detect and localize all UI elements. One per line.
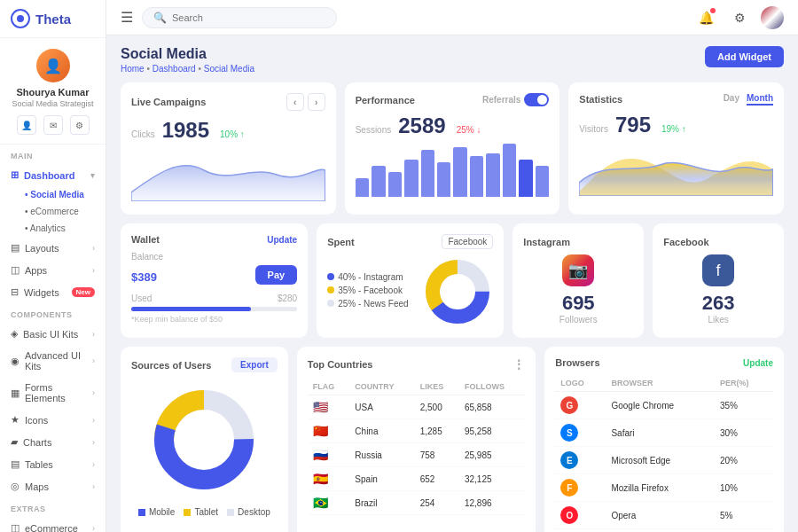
breadcrumb: Home • Dashboard • Social Media <box>121 64 254 74</box>
breadcrumb-home[interactable]: Home <box>121 64 145 74</box>
stats-month-tab[interactable]: Month <box>747 93 773 106</box>
facebook-title: Facebook <box>663 237 773 247</box>
bar-10 <box>519 160 532 197</box>
app-name: Theta <box>35 12 71 27</box>
sidebar-item-analytics[interactable]: Analytics <box>0 220 106 237</box>
browsers-table: LOGO BROWSER PER(%) G Google Chrome 35% … <box>555 375 773 529</box>
table-row: E Microsoft Edge 20% <box>555 447 773 474</box>
sidebar-item-widgets[interactable]: ⊟Widgets New <box>0 281 106 303</box>
bar-8 <box>486 153 499 197</box>
instagram-title: Instagram <box>523 237 633 247</box>
table-row: 🇷🇺 Russia 758 25,985 <box>308 443 526 467</box>
notification-icon[interactable]: 🔔 <box>693 5 718 30</box>
sessions-label: Sessions <box>356 125 392 135</box>
browsers-card: Browsers Update LOGO BROWSER PER(%) G Go… <box>544 347 784 532</box>
stats-day-tab[interactable]: Day <box>724 93 739 106</box>
campaigns-wave-chart <box>131 148 325 201</box>
tables-icon: ▤ <box>11 458 20 470</box>
notification-dot <box>710 8 716 13</box>
table-row: 🇧🇷 Brazil 254 12,896 <box>308 491 526 515</box>
sidebar-item-ecommerce2[interactable]: ◫eCommerce › <box>0 517 106 532</box>
sidebar-item-maps[interactable]: ◎Maps › <box>0 475 106 497</box>
sidebar-item-basic-ui[interactable]: ◈Basic UI Kits › <box>0 323 106 345</box>
hamburger-icon[interactable]: ☰ <box>121 9 133 26</box>
maps-icon: ◎ <box>11 481 20 492</box>
sources-donut-chart <box>151 387 257 493</box>
campaigns-next-btn[interactable]: › <box>308 93 325 111</box>
sidebar-item-tables[interactable]: ▤Tables › <box>0 453 106 475</box>
table-row: 🇨🇳 China 1,285 95,258 <box>308 419 526 443</box>
table-row: S Safari 30% <box>555 419 773 447</box>
visitors-label: Visitors <box>579 124 608 134</box>
top-countries-card: Top Countries ⋮ FLAG COUNTRY LIKES FOLLO… <box>297 347 536 532</box>
browsers-update-btn[interactable]: Update <box>743 358 773 368</box>
dashboard-icon: ⊞ <box>11 169 19 181</box>
export-button[interactable]: Export <box>231 357 278 372</box>
settings-icon[interactable]: ⚙ <box>727 5 752 30</box>
adv-ui-icon: ◉ <box>11 356 20 367</box>
svg-point-1 <box>17 15 24 22</box>
instagram-count: 695 <box>562 292 595 315</box>
sidebar-item-icons[interactable]: ★Icons › <box>0 409 106 431</box>
referrals-toggle[interactable] <box>524 93 549 106</box>
search-input[interactable] <box>172 12 325 23</box>
sidebar-item-social-media[interactable]: Social Media <box>0 186 106 203</box>
statistics-title: Statistics Day Month <box>579 93 773 106</box>
facebook-icon: f <box>702 254 734 286</box>
sidebar-item-layouts[interactable]: ▤Layouts › <box>0 237 106 259</box>
legend-desktop: Desktop <box>227 507 270 517</box>
spent-title: Spent Facebook <box>327 234 493 249</box>
sources-legend: Mobile Tablet Desktop <box>131 507 278 520</box>
widgets-icon: ⊟ <box>11 286 19 298</box>
user-icon-profile[interactable]: 👤 <box>17 115 36 135</box>
sidebar-item-dashboard[interactable]: ⊞ Dashboard ▾ <box>0 164 106 186</box>
sidebar-item-forms[interactable]: ▦Forms Elements › <box>0 377 106 409</box>
campaigns-prev-btn[interactable]: ‹ <box>286 93 304 111</box>
spent-donut-chart <box>422 256 493 327</box>
search-icon: 🔍 <box>153 12 167 24</box>
sidebar-item-apps[interactable]: ◫Apps › <box>0 259 106 281</box>
instagram-icon: 📷 <box>562 254 594 286</box>
col-browser: BROWSER <box>606 375 715 392</box>
basic-ui-icon: ◈ <box>11 328 18 340</box>
bar-9 <box>503 144 516 197</box>
balance-label: Balance <box>131 252 297 262</box>
user-icon-mail[interactable]: ✉ <box>43 115 63 135</box>
bar-2 <box>388 172 402 197</box>
statistics-card: Statistics Day Month Visitors 795 19% ↑ <box>568 82 784 215</box>
performance-card: Performance Referrals Sessions 2589 25% … <box>345 82 560 215</box>
wallet-update-btn[interactable]: Update <box>267 235 297 245</box>
language-flag[interactable] <box>761 6 784 29</box>
sidebar-item-charts[interactable]: ▰Charts › <box>0 431 106 453</box>
referrals-label: Referrals <box>482 95 520 105</box>
performance-title: Performance Referrals <box>356 93 550 106</box>
wallet-card: Wallet Update Balance $389 Pay Used $280 <box>121 223 308 338</box>
extras-label: EXTRAS <box>0 497 106 517</box>
spent-donut-container: 40% - Instagram 35% - Facebook 25% - New… <box>327 256 493 327</box>
add-widget-button[interactable]: Add Widget <box>705 46 784 67</box>
table-row: G Google Chrome 35% <box>555 392 773 419</box>
bar-6 <box>453 147 466 197</box>
breadcrumb-current: Social Media <box>204 64 254 74</box>
app-logo: Theta <box>0 0 106 38</box>
apps-arrow: › <box>92 266 95 275</box>
spent-dropdown[interactable]: Facebook <box>442 234 493 249</box>
bar-3 <box>404 160 418 197</box>
clicks-change: 10% ↑ <box>220 129 245 139</box>
user-name: Shourya Kumar <box>17 87 90 98</box>
table-row: F Mozilla Firefox 10% <box>555 474 773 502</box>
page-title: Social Media <box>121 46 254 62</box>
topbar: ☰ 🔍 🔔 ⚙ <box>106 0 798 35</box>
facebook-card: Facebook f 263 Likes <box>653 223 784 338</box>
countries-menu-icon[interactable]: ⋮ <box>512 357 525 372</box>
breadcrumb-dashboard[interactable]: Dashboard <box>153 64 196 74</box>
middle-row: Wallet Update Balance $389 Pay Used $280 <box>121 223 784 338</box>
user-icon-settings[interactable]: ⚙ <box>70 115 90 135</box>
search-box[interactable]: 🔍 <box>142 7 337 28</box>
layouts-icon: ▤ <box>11 242 20 254</box>
layouts-arrow: › <box>92 244 95 253</box>
sidebar-item-ecommerce[interactable]: eCommerce <box>0 203 106 220</box>
pay-button[interactable]: Pay <box>255 265 298 285</box>
sidebar-item-advanced-ui[interactable]: ◉Advanced UI Kits › <box>0 345 106 377</box>
browsers-title: Browsers Update <box>555 357 773 368</box>
